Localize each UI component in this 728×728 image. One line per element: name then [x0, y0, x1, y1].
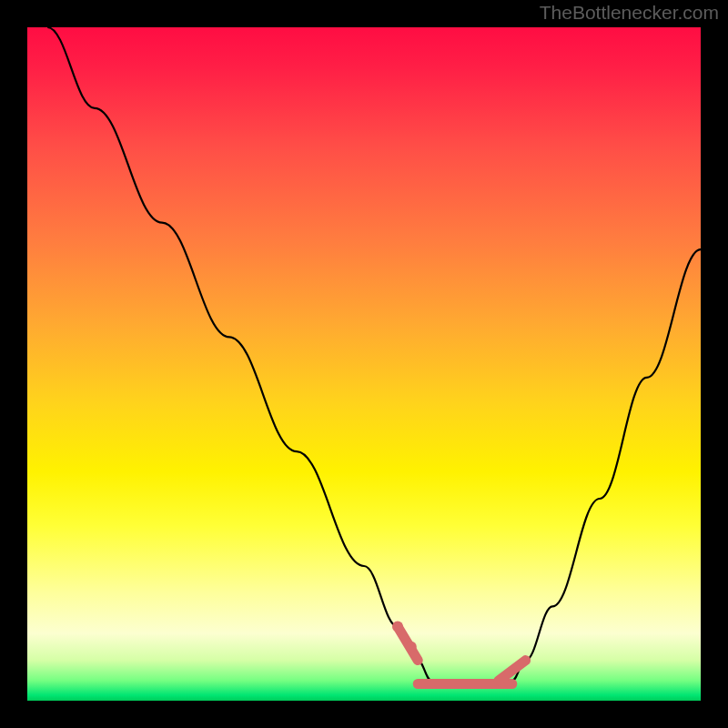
highlight-point — [392, 622, 403, 632]
highlight-group — [392, 622, 526, 684]
highlight-point — [406, 642, 417, 652]
attribution-text: TheBottlenecker.com — [540, 2, 719, 24]
highlight-segment — [499, 661, 526, 681]
main-curve — [47, 27, 701, 687]
plot-area — [27, 27, 701, 701]
outer-frame: TheBottlenecker.com — [0, 0, 728, 728]
curve-svg — [27, 27, 701, 701]
